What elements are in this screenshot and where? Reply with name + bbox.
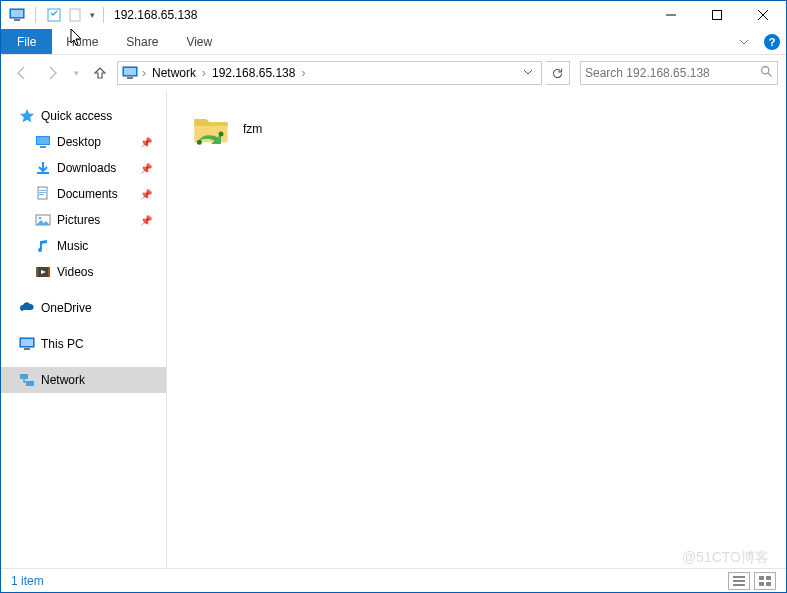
svg-point-30 [219,132,224,137]
svg-rect-12 [40,146,46,148]
tab-label: View [186,35,212,49]
svg-rect-23 [48,267,50,277]
close-button[interactable] [740,1,786,29]
tab-label: Share [126,35,158,49]
status-item-count: 1 item [11,574,44,588]
downloads-icon [35,160,51,176]
minimize-button[interactable] [648,1,694,29]
tab-share[interactable]: Share [112,29,172,54]
svg-rect-36 [759,582,764,586]
svg-rect-31 [733,576,745,578]
svg-rect-8 [127,77,133,79]
network-icon [19,372,35,388]
svg-rect-27 [20,374,28,379]
documents-icon [35,186,51,202]
svg-rect-22 [36,267,38,277]
sidebar-item-label: This PC [41,337,84,351]
sidebar-item-documents[interactable]: Documents 📌 [1,181,166,207]
pin-icon: 📌 [140,215,152,226]
svg-rect-16 [39,192,46,193]
help-icon: ? [764,34,780,50]
ribbon-expand-button[interactable] [730,29,758,54]
breadcrumb-host[interactable]: 192.168.65.138 [210,66,297,80]
sidebar-item-label: Network [41,373,85,387]
svg-rect-34 [759,576,764,580]
sidebar-item-label: Music [57,239,88,253]
file-menu-label: File [17,35,36,49]
sidebar-item-label: OneDrive [41,301,92,315]
search-input[interactable] [585,66,760,80]
svg-point-19 [39,217,42,220]
navigation-pane[interactable]: Quick access Desktop 📌 Downloads 📌 Docum… [1,91,167,568]
help-button[interactable]: ? [758,29,786,54]
svg-rect-2 [14,19,20,21]
sidebar-quick-access[interactable]: Quick access [1,103,166,129]
svg-rect-37 [766,582,771,586]
sidebar-item-label: Desktop [57,135,101,149]
svg-rect-1 [11,10,23,17]
search-icon[interactable] [760,65,773,81]
file-menu[interactable]: File [1,29,52,54]
pin-icon: 📌 [140,163,152,174]
onedrive-icon [19,300,35,316]
svg-rect-17 [39,194,44,195]
svg-rect-15 [39,190,46,191]
sidebar-item-desktop[interactable]: Desktop 📌 [1,129,166,155]
crumb-sep-icon[interactable]: › [142,66,146,80]
view-details-button[interactable] [728,572,750,590]
thispc-icon [19,336,35,352]
properties-qat-icon[interactable] [46,7,62,23]
sidebar-item-label: Downloads [57,161,116,175]
thispc-qat-icon[interactable] [9,7,25,23]
share-item-fzm[interactable]: fzm [185,103,268,155]
search-box[interactable] [580,61,778,85]
crumb-sep-icon[interactable]: › [202,66,206,80]
svg-rect-5 [713,11,722,20]
network-share-folder-icon [191,109,231,149]
sidebar-item-music[interactable]: Music [1,233,166,259]
address-history-dropdown[interactable] [519,66,537,80]
nav-recent-dropdown[interactable]: ▾ [69,60,83,86]
sidebar-item-videos[interactable]: Videos [1,259,166,285]
svg-rect-35 [766,576,771,580]
nav-back-button[interactable] [9,60,35,86]
nav-up-button[interactable] [87,60,113,86]
videos-icon [35,264,51,280]
location-monitor-icon [122,65,138,81]
qat-separator [35,7,36,23]
sidebar-item-downloads[interactable]: Downloads 📌 [1,155,166,181]
tab-view[interactable]: View [172,29,226,54]
music-icon [35,238,51,254]
item-label: fzm [243,122,262,136]
qat-separator-2 [103,7,104,23]
window-title: 192.168.65.138 [114,8,197,22]
address-bar[interactable]: › Network › 192.168.65.138 › [117,61,542,85]
svg-rect-13 [37,172,49,174]
star-icon [19,108,35,124]
sidebar-this-pc[interactable]: This PC [1,331,166,357]
view-large-icons-button[interactable] [754,572,776,590]
content-pane[interactable]: fzm [167,91,786,568]
pin-icon: 📌 [140,189,152,200]
sidebar-item-label: Documents [57,187,118,201]
svg-rect-26 [24,348,30,350]
tab-home[interactable]: Home [52,29,112,54]
sidebar-onedrive[interactable]: OneDrive [1,295,166,321]
desktop-icon [35,134,51,150]
maximize-button[interactable] [694,1,740,29]
qat-dropdown-icon[interactable]: ▾ [90,10,95,20]
svg-rect-11 [37,137,49,144]
sidebar-item-pictures[interactable]: Pictures 📌 [1,207,166,233]
crumb-sep-icon[interactable]: › [301,66,305,80]
svg-point-9 [762,67,769,74]
nav-forward-button[interactable] [39,60,65,86]
svg-rect-33 [733,584,745,586]
refresh-button[interactable] [546,61,570,85]
pin-icon: 📌 [140,137,152,148]
breadcrumb-network[interactable]: Network [150,66,198,80]
newfolder-qat-icon[interactable] [68,7,84,23]
sidebar-item-label: Videos [57,265,93,279]
sidebar-item-label: Pictures [57,213,100,227]
svg-rect-25 [21,339,33,346]
sidebar-network[interactable]: Network [1,367,166,393]
